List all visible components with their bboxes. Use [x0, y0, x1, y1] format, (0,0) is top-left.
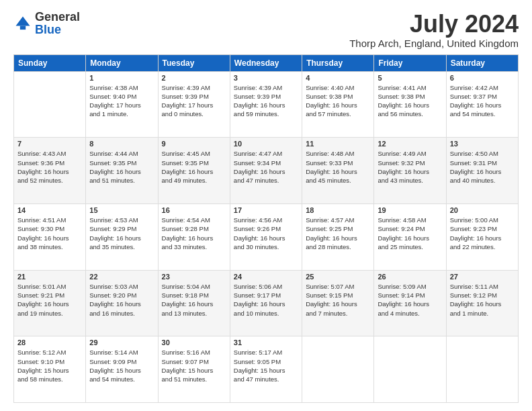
- day-number: 14: [17, 206, 82, 214]
- calendar-cell: [302, 336, 374, 403]
- calendar-cell: 30Sunrise: 5:16 AM Sunset: 9:07 PM Dayli…: [158, 336, 230, 403]
- calendar-week-row: 7Sunrise: 4:43 AM Sunset: 9:36 PM Daylig…: [14, 138, 519, 204]
- day-info: Sunrise: 4:48 AM Sunset: 9:33 PM Dayligh…: [306, 149, 370, 185]
- calendar-cell: [14, 71, 86, 138]
- calendar-cell: 28Sunrise: 5:12 AM Sunset: 9:10 PM Dayli…: [14, 336, 86, 403]
- day-number: 27: [450, 273, 515, 281]
- day-number: 2: [162, 74, 226, 82]
- day-number: 23: [162, 273, 226, 281]
- calendar-cell: 25Sunrise: 5:07 AM Sunset: 9:15 PM Dayli…: [302, 270, 374, 336]
- day-info: Sunrise: 5:09 AM Sunset: 9:14 PM Dayligh…: [378, 282, 442, 318]
- logo-icon: [13, 14, 32, 33]
- title-block: July 2024 Thorp Arch, England, United Ki…: [349, 11, 519, 49]
- day-number: 30: [162, 338, 226, 347]
- calendar-cell: 24Sunrise: 5:06 AM Sunset: 9:17 PM Dayli…: [230, 270, 302, 336]
- calendar-week-row: 14Sunrise: 4:51 AM Sunset: 9:30 PM Dayli…: [14, 203, 519, 270]
- calendar-cell: 17Sunrise: 4:56 AM Sunset: 9:26 PM Dayli…: [230, 203, 302, 270]
- day-number: 21: [17, 273, 82, 281]
- calendar-cell: 20Sunrise: 5:00 AM Sunset: 9:23 PM Dayli…: [446, 203, 518, 270]
- calendar-week-row: 28Sunrise: 5:12 AM Sunset: 9:10 PM Dayli…: [14, 336, 519, 403]
- day-info: Sunrise: 4:39 AM Sunset: 9:39 PM Dayligh…: [162, 83, 226, 119]
- calendar-cell: 14Sunrise: 4:51 AM Sunset: 9:30 PM Dayli…: [14, 203, 86, 270]
- day-number: 9: [162, 140, 226, 148]
- day-number: 16: [162, 206, 226, 214]
- day-number: 22: [89, 273, 154, 281]
- day-number: 5: [378, 74, 442, 82]
- calendar-cell: 19Sunrise: 4:58 AM Sunset: 9:24 PM Dayli…: [374, 203, 446, 270]
- calendar-cell: 7Sunrise: 4:43 AM Sunset: 9:36 PM Daylig…: [14, 138, 86, 204]
- day-number: 12: [378, 140, 442, 148]
- weekday-header: Friday: [374, 54, 446, 71]
- day-number: 4: [306, 74, 370, 82]
- calendar-cell: 10Sunrise: 4:47 AM Sunset: 9:34 PM Dayli…: [230, 138, 302, 204]
- weekday-header: Saturday: [446, 54, 518, 71]
- day-number: 31: [234, 338, 298, 347]
- day-info: Sunrise: 4:49 AM Sunset: 9:32 PM Dayligh…: [378, 149, 442, 185]
- calendar-table: SundayMondayTuesdayWednesdayThursdayFrid…: [13, 54, 519, 403]
- day-number: 10: [234, 140, 298, 148]
- day-info: Sunrise: 5:12 AM Sunset: 9:10 PM Dayligh…: [17, 348, 82, 383]
- day-number: 18: [306, 206, 370, 214]
- day-number: 15: [89, 206, 154, 214]
- calendar-cell: 8Sunrise: 4:44 AM Sunset: 9:35 PM Daylig…: [86, 138, 158, 204]
- day-info: Sunrise: 5:00 AM Sunset: 9:23 PM Dayligh…: [450, 216, 515, 251]
- calendar-cell: 23Sunrise: 5:04 AM Sunset: 9:18 PM Dayli…: [158, 270, 230, 336]
- day-number: 13: [450, 140, 515, 148]
- day-info: Sunrise: 4:39 AM Sunset: 9:39 PM Dayligh…: [234, 83, 298, 119]
- weekday-header: Monday: [86, 54, 158, 71]
- calendar-cell: 26Sunrise: 5:09 AM Sunset: 9:14 PM Dayli…: [374, 270, 446, 336]
- calendar-cell: 4Sunrise: 4:40 AM Sunset: 9:38 PM Daylig…: [302, 71, 374, 138]
- day-number: 28: [17, 338, 82, 347]
- calendar-cell: 6Sunrise: 4:42 AM Sunset: 9:37 PM Daylig…: [446, 71, 518, 138]
- weekday-header: Tuesday: [158, 54, 230, 71]
- day-info: Sunrise: 5:07 AM Sunset: 9:15 PM Dayligh…: [306, 282, 370, 318]
- calendar-cell: 1Sunrise: 4:38 AM Sunset: 9:40 PM Daylig…: [86, 71, 158, 138]
- day-info: Sunrise: 4:57 AM Sunset: 9:25 PM Dayligh…: [306, 216, 370, 251]
- day-info: Sunrise: 4:41 AM Sunset: 9:38 PM Dayligh…: [378, 83, 442, 119]
- location-title: Thorp Arch, England, United Kingdom: [349, 38, 519, 49]
- calendar-cell: [374, 336, 446, 403]
- weekday-header-row: SundayMondayTuesdayWednesdayThursdayFrid…: [14, 54, 519, 71]
- day-number: 24: [234, 273, 298, 281]
- day-number: 19: [378, 206, 442, 214]
- weekday-header: Sunday: [14, 54, 86, 71]
- day-info: Sunrise: 5:14 AM Sunset: 9:09 PM Dayligh…: [89, 348, 154, 383]
- header: General Blue July 2024 Thorp Arch, Engla…: [13, 11, 519, 49]
- day-info: Sunrise: 5:16 AM Sunset: 9:07 PM Dayligh…: [162, 348, 226, 383]
- svg-marker-0: [16, 17, 30, 26]
- day-info: Sunrise: 5:11 AM Sunset: 9:12 PM Dayligh…: [450, 282, 515, 318]
- day-info: Sunrise: 5:06 AM Sunset: 9:17 PM Dayligh…: [234, 282, 298, 318]
- day-number: 8: [89, 140, 154, 148]
- day-info: Sunrise: 4:51 AM Sunset: 9:30 PM Dayligh…: [17, 216, 82, 251]
- day-info: Sunrise: 4:38 AM Sunset: 9:40 PM Dayligh…: [89, 83, 154, 119]
- day-info: Sunrise: 4:42 AM Sunset: 9:37 PM Dayligh…: [450, 83, 515, 119]
- weekday-header: Thursday: [302, 54, 374, 71]
- day-number: 11: [306, 140, 370, 148]
- calendar-cell: 13Sunrise: 4:50 AM Sunset: 9:31 PM Dayli…: [446, 138, 518, 204]
- day-info: Sunrise: 5:01 AM Sunset: 9:21 PM Dayligh…: [17, 282, 82, 318]
- day-number: 25: [306, 273, 370, 281]
- day-number: 26: [378, 273, 442, 281]
- day-info: Sunrise: 5:03 AM Sunset: 9:20 PM Dayligh…: [89, 282, 154, 318]
- day-info: Sunrise: 4:47 AM Sunset: 9:34 PM Dayligh…: [234, 149, 298, 185]
- logo-blue: Blue: [35, 23, 61, 36]
- calendar-cell: 9Sunrise: 4:45 AM Sunset: 9:35 PM Daylig…: [158, 138, 230, 204]
- day-info: Sunrise: 5:04 AM Sunset: 9:18 PM Dayligh…: [162, 282, 226, 318]
- calendar-week-row: 21Sunrise: 5:01 AM Sunset: 9:21 PM Dayli…: [14, 270, 519, 336]
- svg-rect-1: [20, 26, 26, 30]
- calendar-cell: [446, 336, 518, 403]
- logo: General Blue: [13, 11, 80, 36]
- day-info: Sunrise: 4:43 AM Sunset: 9:36 PM Dayligh…: [17, 149, 82, 185]
- calendar-cell: 5Sunrise: 4:41 AM Sunset: 9:38 PM Daylig…: [374, 71, 446, 138]
- calendar-cell: 12Sunrise: 4:49 AM Sunset: 9:32 PM Dayli…: [374, 138, 446, 204]
- calendar-week-row: 1Sunrise: 4:38 AM Sunset: 9:40 PM Daylig…: [14, 71, 519, 138]
- calendar-cell: 3Sunrise: 4:39 AM Sunset: 9:39 PM Daylig…: [230, 71, 302, 138]
- calendar-cell: 11Sunrise: 4:48 AM Sunset: 9:33 PM Dayli…: [302, 138, 374, 204]
- day-info: Sunrise: 4:56 AM Sunset: 9:26 PM Dayligh…: [234, 216, 298, 251]
- day-number: 3: [234, 74, 298, 82]
- day-info: Sunrise: 4:50 AM Sunset: 9:31 PM Dayligh…: [450, 149, 515, 185]
- day-number: 29: [89, 338, 154, 347]
- day-info: Sunrise: 4:53 AM Sunset: 9:29 PM Dayligh…: [89, 216, 154, 251]
- calendar-cell: 18Sunrise: 4:57 AM Sunset: 9:25 PM Dayli…: [302, 203, 374, 270]
- day-number: 6: [450, 74, 515, 82]
